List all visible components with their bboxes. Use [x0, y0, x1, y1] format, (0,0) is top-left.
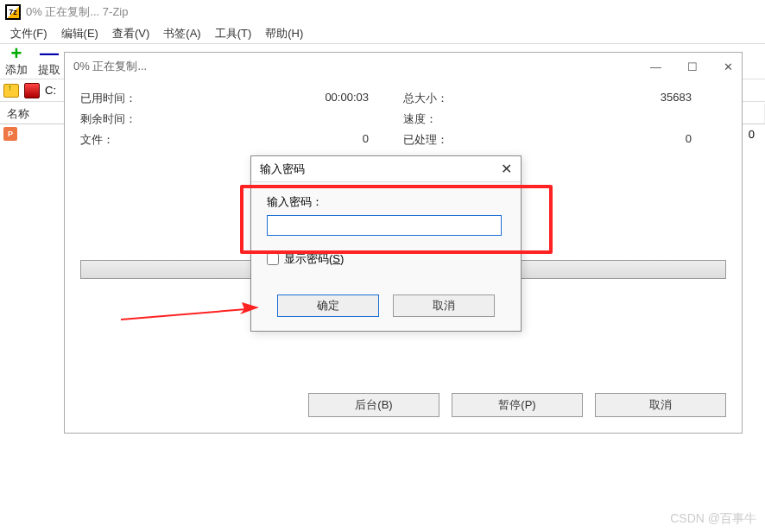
copy-title: 0% 正在复制...: [73, 59, 147, 74]
show-password-label: 显示密码(S): [284, 251, 344, 267]
menu-file[interactable]: 文件(F): [3, 24, 54, 43]
remaining-value: [242, 111, 403, 127]
remaining-label: 剩余时间：: [80, 111, 242, 127]
files-value: 0: [242, 132, 403, 148]
toolbar-extract-label: 提取: [38, 62, 60, 78]
menu-bookmarks[interactable]: 书签(A): [156, 24, 207, 43]
minus-icon: —: [41, 45, 58, 62]
menu-view[interactable]: 查看(V): [105, 24, 156, 43]
stats-grid: 已用时间： 00:00:03 总大小： 35683 剩余时间： 速度： 文件： …: [80, 91, 726, 148]
close-icon[interactable]: ✕: [724, 60, 733, 73]
ok-button[interactable]: 确定: [277, 294, 379, 317]
plus-icon: +: [8, 45, 25, 62]
toolbar-extract[interactable]: — 提取: [38, 45, 60, 78]
processed-value: 0: [565, 132, 726, 148]
archive-icon: [24, 83, 40, 98]
main-titlebar: 7z 0% 正在复制... 7-Zip: [0, 0, 765, 24]
background-button[interactable]: 后台(B): [308, 393, 439, 417]
close-icon[interactable]: ✕: [501, 161, 512, 177]
cancel-button[interactable]: 取消: [595, 393, 726, 417]
menu-help[interactable]: 帮助(H): [258, 24, 310, 43]
menu-edit[interactable]: 编辑(E): [54, 24, 105, 43]
processed-label: 已处理：: [403, 132, 565, 148]
password-title: 输入密码: [260, 162, 305, 177]
speed-label: 速度：: [403, 111, 565, 127]
pause-button[interactable]: 暂停(P): [452, 393, 583, 417]
elapsed-label: 已用时间：: [80, 91, 242, 106]
toolbar-add-label: 添加: [5, 62, 28, 78]
minimize-icon[interactable]: —: [650, 60, 661, 73]
total-label: 总大小：: [403, 91, 565, 106]
maximize-icon[interactable]: ☐: [687, 60, 698, 73]
total-value: 35683: [565, 91, 726, 106]
toolbar-add[interactable]: + 添加: [5, 45, 28, 78]
ppt-icon: P: [3, 127, 17, 141]
speed-value: [565, 111, 726, 127]
folder-up-icon[interactable]: [3, 84, 19, 98]
password-field-label: 输入密码：: [267, 194, 505, 210]
password-input[interactable]: [267, 215, 502, 236]
elapsed-value: 00:00:03: [242, 91, 403, 106]
show-password-checkbox[interactable]: [267, 253, 279, 265]
files-label: 文件：: [80, 132, 242, 148]
cancel-button[interactable]: 取消: [393, 294, 495, 317]
password-dialog: 输入密码 ✕ 输入密码： 显示密码(S) 确定 取消: [250, 155, 522, 332]
menubar: 文件(F) 编辑(E) 查看(V) 书签(A) 工具(T) 帮助(H): [0, 24, 765, 43]
watermark: CSDN @百事牛: [670, 511, 756, 527]
app-icon: 7z: [5, 4, 21, 20]
path-text: C:: [45, 84, 56, 97]
copy-titlebar: 0% 正在复制... — ☐ ✕: [65, 53, 742, 80]
menu-tools[interactable]: 工具(T): [208, 24, 259, 43]
main-window-title: 0% 正在复制... 7-Zip: [26, 4, 128, 20]
password-titlebar: 输入密码 ✕: [251, 156, 521, 182]
